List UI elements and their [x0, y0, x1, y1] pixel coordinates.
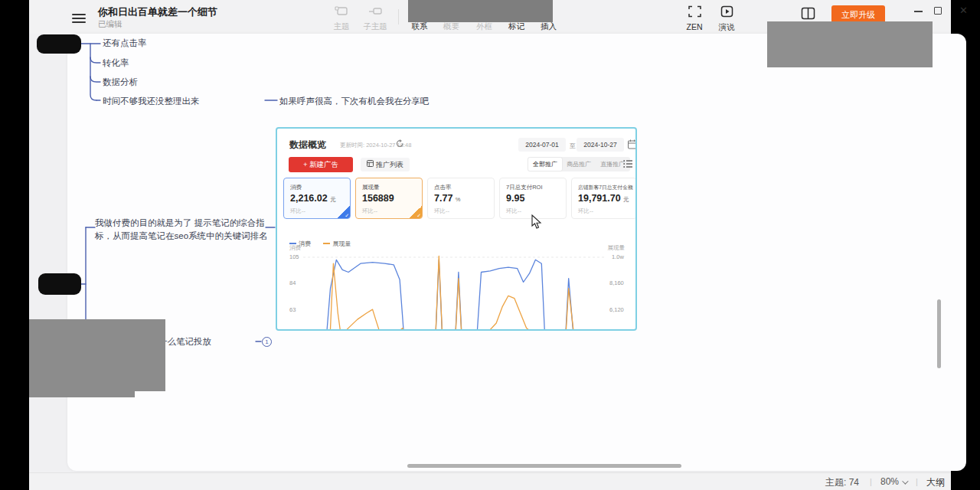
redaction-box-bottom-left [29, 319, 165, 391]
left-tick-3: 63 [289, 306, 296, 313]
node-conversion-rate[interactable]: 转化率 [103, 57, 129, 69]
document-title: 你和日出百单就差一个细节 [98, 5, 217, 19]
metric-label: 展现量 [362, 184, 380, 191]
node-not-organized[interactable]: 时间不够我还没整理出来 [103, 96, 200, 107]
zoom-control[interactable]: 80% [880, 476, 906, 487]
metric-label: 7日总支付ROI [506, 184, 543, 191]
redacted-topic-node-1[interactable] [37, 34, 81, 54]
legend-line-icon [323, 243, 330, 244]
node-data-analysis[interactable]: 数据分析 [103, 77, 138, 88]
promo-list-button[interactable]: 推广列表 [361, 158, 410, 172]
embedded-dashboard-image[interactable]: 数据概览 更新时间: 2024-10-27 18:48 2024-07-01 至… [276, 127, 637, 331]
present-label: 演说 [714, 22, 740, 33]
metric-label: 店铺新客7日总支付金额 [578, 184, 633, 191]
metric-card-new-customer-pay[interactable]: 店铺新客7日总支付金额 19,791.70 元 环比-- [571, 178, 637, 219]
toolbar-subtopic-button[interactable]: 子主题 [358, 6, 392, 32]
window-close-button[interactable]: ✕ [959, 5, 968, 15]
right-tick-3: 6,120 [609, 306, 624, 313]
node-note-launch[interactable]: 什么笔记投放 [158, 336, 211, 348]
status-divider2: | [916, 477, 918, 486]
vertical-scrollbar[interactable] [937, 299, 941, 368]
tab-all-promotion[interactable]: 全部推广 [528, 158, 562, 171]
metric-compare: 环比-- [290, 207, 305, 215]
toolbar-topic-button[interactable]: 主题 [326, 6, 357, 32]
new-ad-button[interactable]: + 新建广告 [289, 157, 353, 172]
panel-toggle-icon[interactable] [801, 7, 815, 20]
right-tick-1: 1.0w [612, 253, 624, 260]
status-divider: | [870, 477, 872, 486]
metric-label: 消费 [290, 184, 302, 191]
left-axis-title: 消费 [289, 244, 301, 252]
mouse-cursor [531, 214, 542, 230]
toolbar-divider [398, 9, 399, 24]
metric-compare: 环比-- [362, 207, 377, 215]
left-tick-1: 105 [289, 253, 299, 260]
metric-label: 点击率 [434, 184, 452, 191]
redaction-box-toolbar [408, 0, 553, 22]
metric-compare: 环比-- [506, 207, 521, 215]
selected-check-icon [338, 206, 350, 218]
metric-compare: 环比-- [434, 207, 449, 215]
node-share-later[interactable]: 如果呼声很高，下次有机会我在分享吧 [279, 96, 430, 107]
redacted-topic-node-2[interactable] [38, 273, 81, 295]
refresh-icon[interactable] [396, 139, 404, 148]
topic-icon [335, 6, 348, 17]
node-paid-purpose[interactable]: 我做付费的目的就是为了 提示笔记的综合指标，从而提高笔记在seo系统中的关键词排… [95, 217, 276, 243]
toolbar-subtopic-label: 子主题 [358, 21, 392, 32]
metric-list-icon[interactable] [623, 159, 632, 168]
present-icon [720, 5, 733, 18]
toolbar-frame-label[interactable]: 外框 [476, 21, 492, 32]
metric-value: 2,216.02 元 [290, 193, 336, 204]
calendar-icon[interactable] [628, 139, 637, 149]
left-tick-2: 84 [289, 279, 296, 286]
dashboard-title: 数据概览 [289, 139, 326, 152]
metric-value: 19,791.70 元 [578, 193, 629, 204]
edit-status: 已编辑 [98, 19, 122, 30]
promo-list-icon [367, 160, 374, 167]
dashboard-chart-svg [303, 251, 605, 331]
zen-icon [688, 5, 701, 18]
zen-mode-button[interactable]: ZEN [681, 5, 707, 31]
outline-button[interactable]: 大纲 [926, 476, 945, 489]
window-maximize-button[interactable] [934, 7, 942, 15]
date-start-input[interactable]: 2024-07-01 [518, 138, 566, 152]
metric-value: 7.77 % [434, 193, 461, 204]
metric-card-impressions[interactable]: 展现量 156889 环比-- [355, 178, 423, 219]
selected-check-icon [410, 206, 422, 218]
metric-card-consumption[interactable]: 消费 2,216.02 元 环比-- [283, 178, 351, 219]
date-separator: 至 [570, 142, 576, 150]
metric-card-roi[interactable]: 7日总支付ROI 9.95 环比-- [499, 178, 567, 219]
legend-impressions[interactable]: 展现量 [323, 240, 351, 248]
metric-value: 156889 [362, 193, 394, 204]
promotion-tabs: 全部推广 商品推广 直播推广 [528, 157, 630, 172]
window-minimize-button[interactable] [914, 11, 923, 12]
date-end-input[interactable]: 2024-10-27 [577, 138, 624, 152]
subtopic-icon [368, 6, 382, 17]
toolbar-insert-label[interactable]: 插入 [541, 21, 557, 32]
metric-value: 9.95 [506, 193, 524, 204]
right-axis-title: 展现量 [608, 244, 626, 252]
metric-compare: 环比-- [578, 207, 593, 215]
redaction-box-bottom-left-tail [29, 391, 135, 397]
toolbar-relation-label: 联系 [406, 21, 433, 32]
horizontal-scrollbar[interactable] [407, 464, 681, 468]
zen-label: ZEN [681, 22, 707, 31]
menu-icon[interactable] [72, 11, 86, 25]
toolbar-topic-label: 主题 [326, 21, 357, 32]
toolbar-marker-label[interactable]: 标记 [508, 21, 524, 32]
redaction-box-top-right [767, 21, 933, 67]
present-button[interactable]: 演说 [714, 5, 740, 33]
right-tick-2: 8,160 [609, 279, 624, 286]
node-click-rate[interactable]: 还有点击率 [103, 38, 147, 49]
collapsed-children-badge[interactable]: 1 [262, 337, 272, 347]
status-bar: 主题: 74 | 80% | 大纲 [29, 472, 951, 490]
metric-card-click-rate[interactable]: 点击率 7.77 % 环比-- [427, 178, 495, 219]
topic-count: 主题: 74 [825, 476, 859, 489]
tab-product-promotion[interactable]: 商品推广 [562, 158, 596, 171]
chevron-down-icon [902, 478, 908, 484]
toolbar-summary-label[interactable]: 概要 [443, 21, 459, 32]
